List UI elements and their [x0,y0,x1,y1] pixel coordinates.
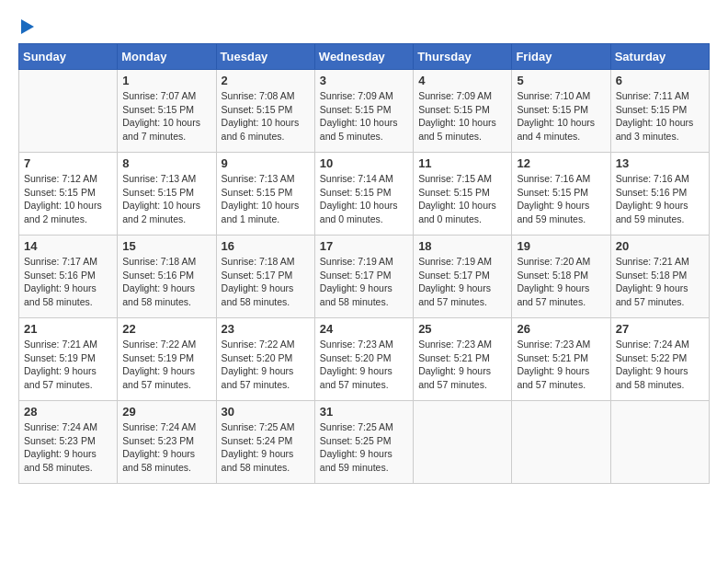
day-info: Sunrise: 7:14 AM Sunset: 5:15 PM Dayligh… [320,172,408,226]
day-number: 3 [320,74,408,87]
calendar-cell: 15Sunrise: 7:18 AM Sunset: 5:16 PM Dayli… [118,236,216,318]
col-header-sunday: Sunday [19,44,118,70]
day-info: Sunrise: 7:25 AM Sunset: 5:24 PM Dayligh… [222,420,310,475]
col-header-monday: Monday [118,44,216,70]
day-number: 14 [24,239,112,253]
day-number: 21 [24,322,112,336]
calendar-header-row: SundayMondayTuesdayWednesdayThursdayFrid… [19,44,710,70]
day-info: Sunrise: 7:13 AM Sunset: 5:15 PM Dayligh… [222,172,310,226]
day-info: Sunrise: 7:25 AM Sunset: 5:25 PM Dayligh… [320,420,408,475]
day-number: 27 [616,322,704,336]
day-number: 16 [222,239,310,253]
day-info: Sunrise: 7:17 AM Sunset: 5:16 PM Dayligh… [24,255,112,309]
day-info: Sunrise: 7:23 AM Sunset: 5:20 PM Dayligh… [320,338,408,392]
day-number: 29 [122,405,210,419]
day-info: Sunrise: 7:08 AM Sunset: 5:15 PM Dayligh… [222,89,310,144]
calendar-cell: 13Sunrise: 7:16 AM Sunset: 5:16 PM Dayli… [610,153,709,236]
day-info: Sunrise: 7:09 AM Sunset: 5:15 PM Dayligh… [418,89,506,144]
day-number: 30 [222,405,310,419]
day-number: 11 [418,156,506,170]
calendar-week-row: 28Sunrise: 7:24 AM Sunset: 5:23 PM Dayli… [19,401,710,484]
calendar-cell: 1Sunrise: 7:07 AM Sunset: 5:15 PM Daylig… [118,70,216,153]
day-info: Sunrise: 7:24 AM Sunset: 5:22 PM Dayligh… [616,338,704,392]
day-number: 25 [418,322,506,336]
day-number: 23 [222,322,310,336]
day-number: 31 [320,405,408,419]
logo-arrow-icon [21,19,34,34]
calendar-cell: 24Sunrise: 7:23 AM Sunset: 5:20 PM Dayli… [314,318,413,401]
day-number: 12 [517,156,605,170]
day-number: 1 [122,74,210,87]
day-info: Sunrise: 7:11 AM Sunset: 5:15 PM Dayligh… [616,89,704,144]
day-info: Sunrise: 7:13 AM Sunset: 5:15 PM Dayligh… [122,172,210,226]
day-number: 9 [222,156,310,170]
day-info: Sunrise: 7:23 AM Sunset: 5:21 PM Dayligh… [418,338,506,392]
calendar-cell: 21Sunrise: 7:21 AM Sunset: 5:19 PM Dayli… [19,318,118,401]
calendar-cell: 19Sunrise: 7:20 AM Sunset: 5:18 PM Dayli… [512,236,610,318]
day-info: Sunrise: 7:12 AM Sunset: 5:15 PM Dayligh… [24,172,112,226]
day-number: 5 [517,74,605,87]
calendar-cell: 11Sunrise: 7:15 AM Sunset: 5:15 PM Dayli… [414,153,512,236]
day-info: Sunrise: 7:15 AM Sunset: 5:15 PM Dayligh… [418,172,506,226]
calendar-cell [414,401,512,484]
col-header-wednesday: Wednesday [314,44,413,70]
calendar-cell: 10Sunrise: 7:14 AM Sunset: 5:15 PM Dayli… [314,153,413,236]
calendar-cell: 27Sunrise: 7:24 AM Sunset: 5:22 PM Dayli… [610,318,709,401]
day-info: Sunrise: 7:18 AM Sunset: 5:17 PM Dayligh… [222,255,310,309]
col-header-saturday: Saturday [610,44,709,70]
day-number: 19 [517,239,605,253]
day-number: 15 [122,239,210,253]
calendar-cell: 5Sunrise: 7:10 AM Sunset: 5:15 PM Daylig… [512,70,610,153]
col-header-friday: Friday [512,44,610,70]
day-number: 6 [616,74,704,87]
calendar-cell: 29Sunrise: 7:24 AM Sunset: 5:23 PM Dayli… [118,401,216,484]
day-info: Sunrise: 7:16 AM Sunset: 5:16 PM Dayligh… [616,172,704,226]
calendar-cell [610,401,709,484]
calendar-cell: 3Sunrise: 7:09 AM Sunset: 5:15 PM Daylig… [314,70,413,153]
calendar-cell: 26Sunrise: 7:23 AM Sunset: 5:21 PM Dayli… [512,318,610,401]
day-info: Sunrise: 7:22 AM Sunset: 5:19 PM Dayligh… [122,338,210,392]
day-number: 13 [616,156,704,170]
day-info: Sunrise: 7:18 AM Sunset: 5:16 PM Dayligh… [122,255,210,309]
day-info: Sunrise: 7:24 AM Sunset: 5:23 PM Dayligh… [122,420,210,475]
calendar-week-row: 14Sunrise: 7:17 AM Sunset: 5:16 PM Dayli… [19,236,710,318]
day-number: 8 [122,156,210,170]
day-info: Sunrise: 7:19 AM Sunset: 5:17 PM Dayligh… [320,255,408,309]
day-info: Sunrise: 7:21 AM Sunset: 5:19 PM Dayligh… [24,338,112,392]
calendar-cell: 16Sunrise: 7:18 AM Sunset: 5:17 PM Dayli… [216,236,314,318]
calendar-cell: 23Sunrise: 7:22 AM Sunset: 5:20 PM Dayli… [216,318,314,401]
calendar-cell: 20Sunrise: 7:21 AM Sunset: 5:18 PM Dayli… [610,236,709,318]
calendar-cell: 30Sunrise: 7:25 AM Sunset: 5:24 PM Dayli… [216,401,314,484]
day-number: 10 [320,156,408,170]
calendar-week-row: 7Sunrise: 7:12 AM Sunset: 5:15 PM Daylig… [19,153,710,236]
day-info: Sunrise: 7:22 AM Sunset: 5:20 PM Dayligh… [222,338,310,392]
calendar-cell: 2Sunrise: 7:08 AM Sunset: 5:15 PM Daylig… [216,70,314,153]
calendar-cell: 6Sunrise: 7:11 AM Sunset: 5:15 PM Daylig… [610,70,709,153]
day-info: Sunrise: 7:09 AM Sunset: 5:15 PM Dayligh… [320,89,408,144]
calendar-week-row: 1Sunrise: 7:07 AM Sunset: 5:15 PM Daylig… [19,70,710,153]
day-info: Sunrise: 7:10 AM Sunset: 5:15 PM Dayligh… [517,89,605,144]
col-header-thursday: Thursday [414,44,512,70]
day-info: Sunrise: 7:21 AM Sunset: 5:18 PM Dayligh… [616,255,704,309]
calendar-table: SundayMondayTuesdayWednesdayThursdayFrid… [18,43,710,484]
day-number: 22 [122,322,210,336]
calendar-cell: 14Sunrise: 7:17 AM Sunset: 5:16 PM Dayli… [19,236,118,318]
logo [18,18,34,34]
day-info: Sunrise: 7:20 AM Sunset: 5:18 PM Dayligh… [517,255,605,309]
day-number: 4 [418,74,506,87]
day-info: Sunrise: 7:23 AM Sunset: 5:21 PM Dayligh… [517,338,605,392]
calendar-cell: 9Sunrise: 7:13 AM Sunset: 5:15 PM Daylig… [216,153,314,236]
calendar-cell [19,70,118,153]
calendar-cell: 4Sunrise: 7:09 AM Sunset: 5:15 PM Daylig… [414,70,512,153]
day-number: 28 [24,405,112,419]
day-number: 7 [24,156,112,170]
calendar-cell [512,401,610,484]
day-number: 20 [616,239,704,253]
calendar-cell: 12Sunrise: 7:16 AM Sunset: 5:15 PM Dayli… [512,153,610,236]
calendar-cell: 28Sunrise: 7:24 AM Sunset: 5:23 PM Dayli… [19,401,118,484]
page-header [18,18,710,34]
calendar-cell: 8Sunrise: 7:13 AM Sunset: 5:15 PM Daylig… [118,153,216,236]
day-info: Sunrise: 7:19 AM Sunset: 5:17 PM Dayligh… [418,255,506,309]
day-number: 18 [418,239,506,253]
day-number: 17 [320,239,408,253]
